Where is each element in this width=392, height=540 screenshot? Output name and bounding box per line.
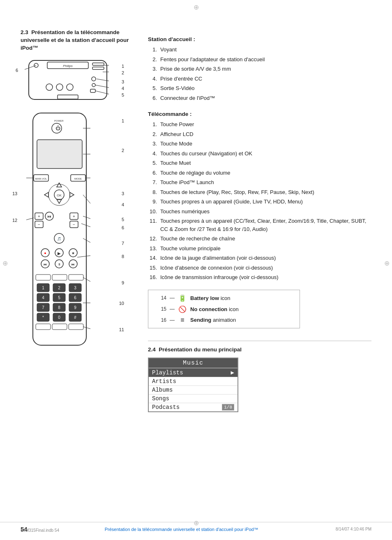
svg-line-18 bbox=[25, 65, 36, 69]
icon-reference-box: 14 — 🔋 Battery low icon 15 — 🚫 No connec… bbox=[148, 290, 300, 328]
remote-callout-11: 11 bbox=[119, 327, 124, 332]
station-item-4: 4. Prise d'entrée CC bbox=[148, 75, 371, 83]
svg-rect-61 bbox=[69, 275, 83, 280]
svg-rect-5 bbox=[92, 67, 104, 69]
reg-mark-left: ⊕ bbox=[2, 259, 8, 267]
tele-item-6: 6.Touche de réglage du volume bbox=[148, 169, 371, 177]
svg-text:2: 2 bbox=[58, 286, 60, 290]
svg-text:7: 7 bbox=[42, 305, 44, 310]
remote-callout-4: 4 bbox=[122, 202, 124, 207]
dock-callout-2: 2 bbox=[122, 70, 124, 75]
dock-callout-3: 3 bbox=[122, 79, 124, 84]
dock-illustration: 1 2 3 4 5 6 Philips bbox=[21, 56, 136, 351]
svg-text:Philips: Philips bbox=[63, 64, 73, 68]
svg-text:POWER: POWER bbox=[54, 120, 64, 122]
section-24-heading: 2.4 Présentation du menu principal bbox=[148, 346, 371, 354]
ipod-menu-item-songs: Songs bbox=[149, 394, 238, 403]
remote-callout-2: 2 bbox=[122, 148, 124, 153]
right-column: Station d'accueil : 1. Voyant 2. Fentes … bbox=[148, 29, 371, 412]
remote-callout-5: 5 bbox=[122, 217, 124, 222]
svg-text:3: 3 bbox=[74, 286, 76, 290]
remote-callout-7: 7 bbox=[122, 241, 124, 246]
dock-svg: Philips bbox=[21, 56, 115, 106]
svg-text:#: # bbox=[74, 315, 76, 320]
station-heading: Station d'accueil : bbox=[148, 36, 371, 42]
icon-row-battery: 14 — 🔋 Battery low icon bbox=[155, 294, 293, 302]
remote-callout-8: 8 bbox=[122, 254, 124, 259]
tele-item-7: 7.Touche iPod™ Launch bbox=[148, 178, 371, 187]
svg-text:−: − bbox=[73, 222, 75, 227]
tele-item-10: 10.Touches numériques bbox=[148, 208, 371, 216]
svg-point-12 bbox=[67, 84, 73, 90]
svg-marker-28 bbox=[57, 183, 62, 187]
main-content: 2.3 Présentation de la télécommande univ… bbox=[21, 29, 371, 412]
svg-text:🎵: 🎵 bbox=[57, 237, 61, 241]
dock-callout-6: 6 bbox=[16, 68, 18, 73]
remote-callout-6: 6 bbox=[122, 225, 124, 230]
dock-callout-1: 1 bbox=[122, 64, 124, 69]
section-23-text: Présentation de la télécommande universe… bbox=[21, 29, 129, 51]
section-24: 2.4 Présentation du menu principal Music… bbox=[148, 341, 371, 413]
svg-rect-60 bbox=[52, 275, 67, 280]
svg-text:★: ★ bbox=[71, 251, 75, 255]
svg-text:1: 1 bbox=[42, 286, 44, 290]
remote-svg: POWER ⏻ MAIN VOL MODE bbox=[21, 111, 99, 349]
remote-callout-13: 13 bbox=[12, 191, 17, 196]
ipod-menu-title: Music bbox=[149, 358, 238, 368]
svg-rect-86 bbox=[36, 324, 51, 330]
tele-item-9: 9.Touches propres à un appareil (Guide, … bbox=[148, 198, 371, 206]
svg-rect-88 bbox=[69, 324, 83, 330]
tele-item-5: 5.Touche Muet bbox=[148, 159, 371, 167]
page: ⊕ ⊕ ⊕ ⊕ 2.3 Présentation de la télécomma… bbox=[0, 0, 392, 540]
svg-text:⏭: ⏭ bbox=[71, 263, 75, 266]
ipod-menu-item-albums: Albums bbox=[149, 385, 238, 394]
reg-mark-top: ⊕ bbox=[194, 3, 199, 11]
svg-text:9: 9 bbox=[74, 305, 76, 310]
ipod-menu-item-artists: Artists bbox=[149, 377, 238, 385]
svg-point-10 bbox=[46, 84, 53, 90]
remote-callout-3: 3 bbox=[122, 191, 124, 196]
svg-text:▶: ▶ bbox=[58, 251, 61, 256]
svg-text:+: + bbox=[73, 214, 75, 219]
section-24-text: Présentation du menu principal bbox=[159, 346, 242, 353]
svg-text:5: 5 bbox=[58, 295, 60, 300]
icon-row-no-connection: 15 — 🚫 No connection icon bbox=[155, 305, 293, 313]
svg-line-96 bbox=[77, 256, 90, 257]
svg-text:MAIN VOL: MAIN VOL bbox=[35, 178, 47, 180]
remote-callout-12: 12 bbox=[12, 218, 17, 223]
svg-rect-59 bbox=[36, 275, 51, 280]
footer-text: Présentation de la télécommande universe… bbox=[105, 527, 258, 532]
sending-icon: ≡ bbox=[178, 316, 187, 324]
svg-text:0: 0 bbox=[58, 315, 60, 320]
svg-text:*: * bbox=[42, 315, 44, 320]
svg-rect-4 bbox=[92, 63, 104, 65]
svg-marker-31 bbox=[70, 192, 74, 197]
svg-rect-8 bbox=[90, 89, 95, 92]
tele-item-4: 4.Touches du curseur (Navigation) et OK bbox=[148, 150, 371, 158]
tele-item-11: 11.Touches propres à un appareil (CC/Tex… bbox=[148, 217, 371, 233]
ipod-menu-item-playlists: Playlists ▶ bbox=[149, 368, 238, 377]
svg-text:6: 6 bbox=[74, 295, 76, 300]
section-23-num: 2.3 bbox=[21, 29, 28, 35]
remote-callout-1: 1 bbox=[122, 118, 124, 123]
dock-callout-4: 4 bbox=[122, 86, 124, 91]
svg-text:+: + bbox=[38, 214, 40, 219]
svg-rect-87 bbox=[52, 324, 67, 330]
station-item-5: 5. Sortie S-Vidéo bbox=[148, 84, 371, 92]
left-column: 2.3 Présentation de la télécommande univ… bbox=[21, 29, 136, 412]
tele-item-15: 15.Icône d'absence de connexion (voir ci… bbox=[148, 264, 371, 272]
svg-text:−: − bbox=[38, 222, 40, 227]
tele-item-12: 12.Touche de recherche de chaîne bbox=[148, 235, 371, 243]
tele-item-3: 3.Touche Mode bbox=[148, 140, 371, 148]
footer-info-left: SJM315Final.indb 54 bbox=[21, 528, 59, 533]
svg-point-7 bbox=[92, 83, 95, 87]
tele-item-16: 16.Icône de transmission infrarouge (voi… bbox=[148, 273, 371, 282]
tele-item-13: 13.Touche volume principale bbox=[148, 245, 371, 253]
station-item-2: 2. Fentes pour l'adaptateur de station d… bbox=[148, 55, 371, 64]
svg-text:MODE: MODE bbox=[74, 178, 82, 180]
station-item-3: 3. Prise de sortie A/V de 3,5 mm bbox=[148, 65, 371, 73]
section-24-num: 2.4 bbox=[148, 346, 156, 353]
svg-text:⏮: ⏮ bbox=[47, 214, 51, 219]
tele-item-1: 1.Touche Power bbox=[148, 120, 371, 129]
battery-icon: 🔋 bbox=[178, 294, 187, 302]
